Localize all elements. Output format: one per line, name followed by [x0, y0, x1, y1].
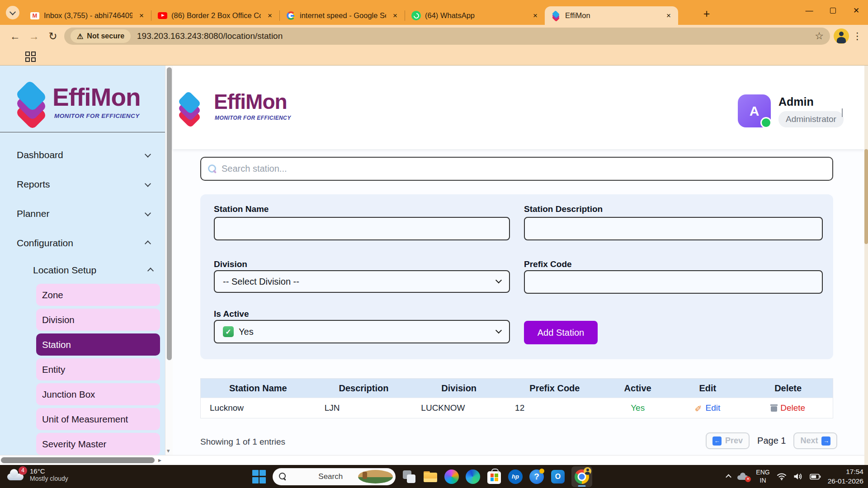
- page-indicator: Page 1: [757, 436, 786, 446]
- next-button[interactable]: Next →: [793, 432, 837, 449]
- close-button[interactable]: ✕: [844, 0, 868, 21]
- whatsapp-icon: [411, 11, 421, 21]
- edit-label: Edit: [706, 403, 721, 413]
- tab-search-button[interactable]: [6, 6, 19, 19]
- minimize-button[interactable]: —: [797, 0, 821, 21]
- scrollbar-right-arrow[interactable]: ▸: [158, 456, 161, 464]
- get-help-button[interactable]: ?: [529, 469, 544, 484]
- tab-gmail[interactable]: Inbox (3,755) - abhi7464099@g ×: [24, 6, 151, 25]
- sidebar-item-station-selected[interactable]: Station: [36, 333, 160, 356]
- sidebar-item-configuration[interactable]: Configuration: [0, 234, 165, 252]
- weather-widget[interactable]: 4 16°C Mostly cloudy: [6, 467, 68, 482]
- cell-active-status: Yes: [604, 398, 672, 418]
- sidebar-item-junction-box[interactable]: Junction Box: [36, 383, 160, 405]
- sidebar-scrollbar[interactable]: ▾: [165, 66, 173, 455]
- apps-grid-icon[interactable]: [25, 52, 36, 62]
- user-avatar[interactable]: A: [738, 94, 771, 127]
- taskbar-clock[interactable]: 17:54 26-01-2026: [828, 467, 863, 485]
- onedrive-icon[interactable]: ✕: [737, 473, 749, 481]
- cell-division: LUCKNOW: [412, 398, 506, 418]
- column-header: Prefix Code: [506, 379, 604, 398]
- outlook-button[interactable]: O: [550, 469, 566, 484]
- scrollbar-thumb[interactable]: [167, 67, 172, 360]
- folder-icon: [424, 471, 437, 482]
- station-description-input[interactable]: [524, 217, 823, 240]
- chevron-down-icon: [145, 181, 151, 187]
- add-station-button[interactable]: Add Station: [524, 321, 598, 344]
- header-logo-tagline: MONITOR FOR EFFICIENCY: [215, 115, 291, 121]
- language-indicator[interactable]: ENG IN: [756, 469, 769, 484]
- volume-icon[interactable]: [793, 473, 803, 480]
- is-active-select[interactable]: ✓ Yes: [214, 320, 510, 343]
- effimon-logo-icon: [180, 94, 199, 128]
- sidebar-item-reports[interactable]: Reports: [0, 175, 165, 193]
- sidebar-item-zone[interactable]: Zone: [36, 284, 160, 306]
- tab-effimon-active[interactable]: EffiMon ×: [545, 6, 678, 25]
- tab-close-icon[interactable]: ×: [390, 11, 400, 21]
- sidebar-item-dashboard[interactable]: Dashboard: [0, 146, 165, 164]
- task-view-button[interactable]: [401, 469, 417, 484]
- edit-link[interactable]: ✎ Edit: [695, 403, 721, 413]
- column-header: Division: [412, 379, 506, 398]
- delete-link[interactable]: Delete: [771, 403, 805, 413]
- station-name-input[interactable]: [214, 217, 510, 240]
- tray-chevron-up-icon[interactable]: [726, 474, 731, 480]
- hp-app-button[interactable]: hp: [508, 469, 523, 484]
- tab-close-icon[interactable]: ×: [664, 11, 674, 21]
- page-vertical-scrollbar[interactable]: [864, 66, 868, 465]
- is-active-label: Is Active: [214, 309, 249, 319]
- prefix-code-input[interactable]: [524, 270, 823, 294]
- sidebar-item-unit-of-measurement[interactable]: Unit of Measurement: [36, 408, 160, 430]
- file-explorer-button[interactable]: [423, 469, 438, 484]
- tab-title: EffiMon: [565, 11, 660, 20]
- scrollbar-down-arrow[interactable]: ▾: [167, 447, 170, 454]
- tab-close-icon[interactable]: ×: [265, 11, 275, 21]
- scrollbar-thumb[interactable]: [864, 149, 868, 244]
- sidebar-item-location-setup[interactable]: Location Setup: [0, 261, 165, 279]
- delete-label: Delete: [780, 403, 805, 413]
- edge-button[interactable]: [465, 469, 481, 484]
- sidebar-item-division[interactable]: Division: [36, 309, 160, 331]
- tab-close-icon[interactable]: ×: [530, 11, 540, 21]
- tab-whatsapp[interactable]: (64) WhatsApp ×: [405, 6, 545, 25]
- battery-icon[interactable]: [810, 474, 821, 480]
- windows-taskbar: 4 16°C Mostly cloudy Search hp ? O: [0, 465, 868, 488]
- taskbar-search[interactable]: Search: [273, 468, 396, 485]
- bookmarks-bar: [0, 47, 868, 66]
- copilot-button[interactable]: [444, 469, 459, 484]
- division-select[interactable]: -- Select Division --: [214, 270, 510, 293]
- tab-close-icon[interactable]: ×: [137, 11, 146, 21]
- prev-button[interactable]: ← Prev: [706, 432, 750, 449]
- horizontal-scrollbar[interactable]: ▸: [0, 455, 864, 465]
- bookmark-star-icon[interactable]: ☆: [815, 30, 824, 42]
- browser-menu-icon[interactable]: ⋮: [853, 31, 861, 42]
- reload-button[interactable]: ↻: [45, 28, 61, 44]
- user-menu-chevron[interactable]: [842, 108, 843, 117]
- back-button[interactable]: ←: [7, 28, 23, 44]
- scrollbar-thumb[interactable]: [1, 457, 155, 463]
- sidebar-item-entity[interactable]: Entity: [36, 358, 160, 380]
- url-text[interactable]: 193.203.163.243:8080/location/station: [137, 31, 283, 41]
- start-button[interactable]: [251, 469, 267, 484]
- chrome-button-active[interactable]: [571, 466, 592, 487]
- station-search-box[interactable]: [200, 157, 833, 181]
- station-search-input[interactable]: [222, 164, 826, 174]
- new-tab-button[interactable]: +: [700, 7, 713, 20]
- microsoft-store-button[interactable]: [486, 469, 502, 484]
- tab-youtube[interactable]: (86) Border 2 Box Office Collecti ×: [151, 6, 279, 25]
- forward-button[interactable]: →: [26, 28, 42, 44]
- wifi-icon[interactable]: [777, 473, 787, 480]
- tab-google-search[interactable]: internet speed - Google Search ×: [279, 6, 405, 25]
- address-bar[interactable]: ⚠ Not secure 193.203.163.243:8080/locati…: [64, 28, 830, 45]
- security-chip[interactable]: ⚠ Not secure: [71, 29, 131, 43]
- sidebar-divider: [0, 132, 165, 132]
- sidebar-item-planner[interactable]: Planner: [0, 205, 165, 223]
- left-arrow-icon: ←: [712, 436, 722, 446]
- chevron-down-icon: [145, 210, 151, 216]
- maximize-button[interactable]: [821, 0, 844, 21]
- gmail-icon: [30, 11, 40, 21]
- chevron-down-icon: [495, 327, 502, 333]
- browser-profile-avatar[interactable]: [834, 28, 849, 44]
- sidebar-item-severity-master[interactable]: Severity Master: [36, 433, 160, 455]
- windows-logo-icon: [252, 470, 266, 483]
